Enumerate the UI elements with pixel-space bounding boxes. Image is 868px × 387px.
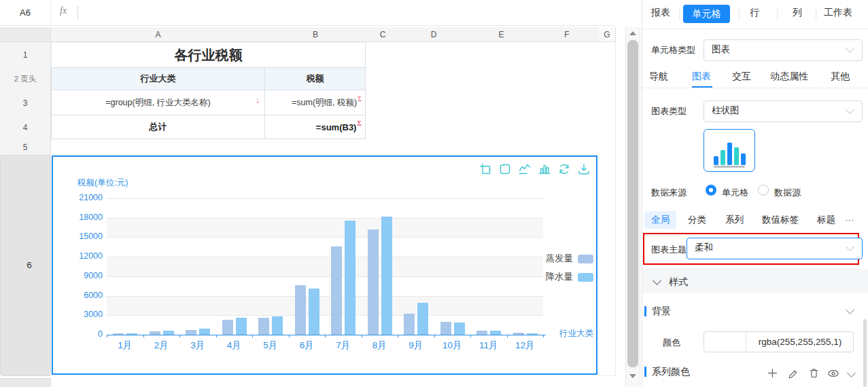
delete-icon[interactable] (808, 367, 820, 379)
bar-蒸发量-4月[interactable] (222, 320, 233, 335)
scroll-up-icon[interactable] (629, 31, 636, 35)
grid-cell[interactable] (400, 115, 468, 140)
tab-column[interactable]: 列 (793, 7, 802, 19)
section-tab-title-truncated[interactable]: 标题 (817, 211, 841, 229)
column-header-F[interactable]: F (535, 27, 600, 42)
subtab-other[interactable]: 其他 (831, 71, 850, 83)
zoom-restore-icon[interactable] (498, 162, 512, 176)
bar-降水量-5月[interactable] (272, 316, 283, 335)
grid-cell[interactable] (468, 115, 536, 140)
bar-降水量-4月[interactable] (236, 318, 247, 335)
column-header-A[interactable]: A (51, 27, 266, 42)
section-tab-global-active[interactable]: 全局 (644, 211, 676, 229)
tab-worksheet[interactable]: 工作表 (824, 7, 852, 19)
edit-icon[interactable] (788, 367, 799, 379)
tab-row[interactable]: 行 (750, 7, 759, 19)
visibility-icon[interactable] (827, 367, 839, 380)
row-header-1[interactable]: 1 (0, 42, 51, 69)
subtab-chart-active[interactable]: 图表 (692, 71, 711, 83)
bar-蒸发量-10月[interactable] (440, 322, 451, 335)
radio-datasource[interactable] (758, 185, 769, 196)
cell-b4-total-formula[interactable]: =sum(B3) Σ (265, 115, 366, 139)
bar-降水量-10月[interactable] (454, 322, 465, 335)
grid-cell[interactable] (535, 115, 600, 140)
grid-cell[interactable] (400, 90, 468, 116)
grid-cell[interactable] (400, 139, 468, 155)
grid-cell[interactable] (599, 90, 616, 116)
grid-cell[interactable] (535, 68, 600, 91)
grid-cell[interactable] (468, 68, 536, 91)
bar-降水量-3月[interactable] (199, 329, 210, 335)
name-box[interactable]: A6 (0, 0, 51, 26)
bar-蒸发量-9月[interactable] (404, 314, 415, 335)
grid-cell[interactable] (366, 115, 400, 140)
grid-cell[interactable] (265, 139, 366, 155)
grid-cell[interactable] (535, 90, 600, 116)
scroll-down-icon[interactable] (629, 374, 636, 378)
row-header-5[interactable]: 5 (0, 139, 51, 155)
subtab-interaction[interactable]: 交互 (732, 71, 751, 83)
cell-a4-total-label[interactable]: 总计 (51, 115, 265, 139)
bar-蒸发量-7月[interactable] (331, 246, 342, 335)
row-header-6[interactable]: 6 (0, 155, 51, 376)
bar-降水量-9月[interactable] (417, 303, 428, 335)
bar-蒸发量-6月[interactable] (295, 285, 306, 335)
legend-item[interactable]: 降水量 (546, 271, 594, 283)
legend-item[interactable]: 蒸发量 (546, 253, 594, 265)
section-tab-value-label[interactable]: 数值标签 (762, 211, 799, 229)
grid-cell[interactable] (366, 68, 400, 91)
grid-cell[interactable] (366, 42, 400, 69)
subtab-dynamic-props[interactable]: 动态属性 (770, 71, 808, 83)
section-tab-category[interactable]: 分类 (688, 211, 706, 229)
grid-cell[interactable] (535, 42, 600, 69)
grid-cell[interactable] (468, 139, 536, 155)
grid-cell[interactable] (599, 115, 616, 140)
line-chart-icon[interactable] (518, 162, 532, 176)
cell-a3-group-formula[interactable]: =group(明细, 行业大类名称) ↓ (51, 90, 265, 115)
cell-b3-sum-formula[interactable]: =sum(明细, 税额) Σ (265, 90, 366, 115)
formula-input[interactable] (77, 6, 78, 20)
panel-scrollbar[interactable] (863, 319, 867, 387)
cell-a1-report-title[interactable]: 各行业税额 (51, 42, 366, 68)
subtab-navigation[interactable]: 导航 (649, 71, 668, 83)
grid-cell[interactable] (599, 68, 616, 91)
grid-cell[interactable] (599, 42, 616, 69)
zoom-area-icon[interactable] (479, 162, 492, 176)
bar-蒸发量-5月[interactable] (258, 318, 269, 335)
grid-cell[interactable] (468, 90, 536, 116)
scrollbar-thumb[interactable] (627, 40, 638, 367)
bar-chart-icon[interactable] (538, 162, 551, 176)
bar-蒸发量-3月[interactable] (186, 330, 196, 335)
more-tabs-icon[interactable]: ··· (845, 211, 854, 229)
chart-cell[interactable]: 税额(单位:元) 蒸发量 降水量 行业大类 030006000900012000… (52, 155, 597, 375)
row-header-4[interactable]: 4 (0, 115, 51, 140)
cell-b2-column-header[interactable]: 税额 (265, 68, 366, 90)
tab-report[interactable]: 报表 (651, 7, 670, 19)
radio-cell-label[interactable]: 单元格 (722, 187, 748, 199)
refresh-icon[interactable] (557, 162, 571, 176)
column-header-E[interactable]: E (468, 27, 536, 42)
grid-cell[interactable] (400, 68, 468, 91)
grid-cell[interactable] (51, 139, 266, 155)
section-tab-series[interactable]: 系列 (725, 211, 744, 229)
tab-cell-active[interactable]: 单元格 (683, 5, 730, 23)
chart-theme-select[interactable]: 柔和 (687, 238, 863, 259)
cell-a2-column-header[interactable]: 行业大类 (51, 68, 265, 90)
download-icon[interactable] (577, 162, 591, 176)
bar-降水量-6月[interactable] (309, 289, 319, 335)
column-header-G[interactable]: G (599, 27, 616, 42)
bar-蒸发量-8月[interactable] (368, 229, 379, 335)
chart-type-select[interactable]: 柱状图 (704, 100, 863, 122)
row-header-2[interactable]: 2 页头 (0, 68, 51, 91)
grid-cell[interactable] (535, 139, 600, 155)
grid-corner[interactable] (0, 27, 51, 42)
column-header-C[interactable]: C (366, 27, 400, 42)
cell-type-select[interactable]: 图表 (704, 39, 863, 61)
column-header-D[interactable]: D (400, 27, 468, 42)
bar-降水量-7月[interactable] (345, 221, 355, 335)
row-header-3[interactable]: 3 (0, 90, 51, 116)
grid-cell[interactable] (468, 42, 536, 69)
add-icon[interactable] (767, 367, 778, 379)
column-header-B[interactable]: B (265, 27, 366, 42)
grid-cell[interactable] (366, 90, 400, 116)
